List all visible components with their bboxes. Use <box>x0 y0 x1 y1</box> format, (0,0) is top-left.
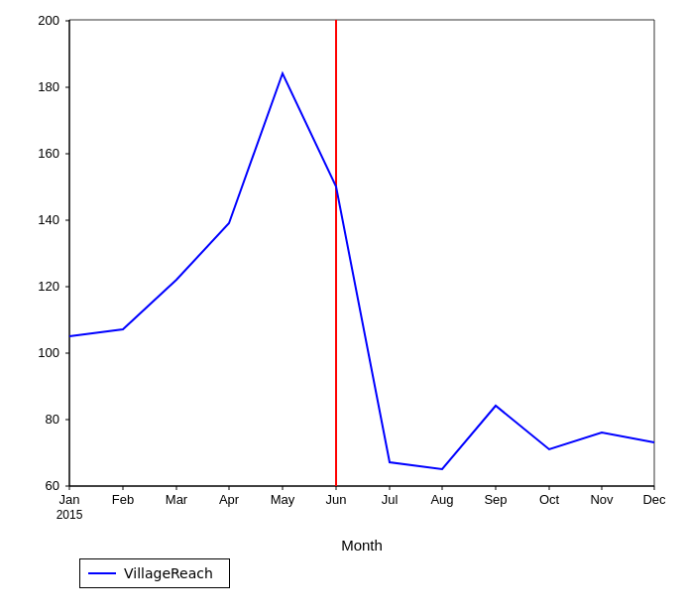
svg-text:Jul: Jul <box>382 492 399 507</box>
x-axis-label: Month <box>341 537 383 554</box>
svg-text:Feb: Feb <box>112 492 134 507</box>
svg-text:160: 160 <box>38 146 59 161</box>
svg-text:Sep: Sep <box>484 492 507 507</box>
svg-text:60: 60 <box>46 478 59 493</box>
svg-text:Apr: Apr <box>219 492 240 507</box>
svg-text:May: May <box>271 492 295 507</box>
svg-text:Jan: Jan <box>59 492 80 507</box>
svg-text:100: 100 <box>38 345 59 360</box>
data-line-villagereach <box>69 73 654 469</box>
svg-text:80: 80 <box>46 412 59 427</box>
svg-text:Nov: Nov <box>590 492 614 507</box>
svg-text:Jun: Jun <box>326 492 347 507</box>
svg-text:120: 120 <box>38 279 59 294</box>
svg-text:180: 180 <box>38 79 59 94</box>
legend-label-villagereach: VillageReach <box>124 565 213 581</box>
svg-text:Dec: Dec <box>642 492 666 507</box>
line-chart: 60 80 100 120 140 160 180 200 Jan 2015 F… <box>0 0 687 616</box>
svg-text:140: 140 <box>38 212 59 227</box>
svg-text:2015: 2015 <box>57 508 83 522</box>
chart-container: 60 80 100 120 140 160 180 200 Jan 2015 F… <box>0 0 687 616</box>
svg-text:200: 200 <box>38 13 59 28</box>
svg-text:Aug: Aug <box>430 492 453 507</box>
legend-line-villagereach <box>88 572 116 574</box>
svg-text:Oct: Oct <box>539 492 560 507</box>
svg-text:Mar: Mar <box>166 492 188 507</box>
legend-box: VillageReach <box>79 558 230 588</box>
